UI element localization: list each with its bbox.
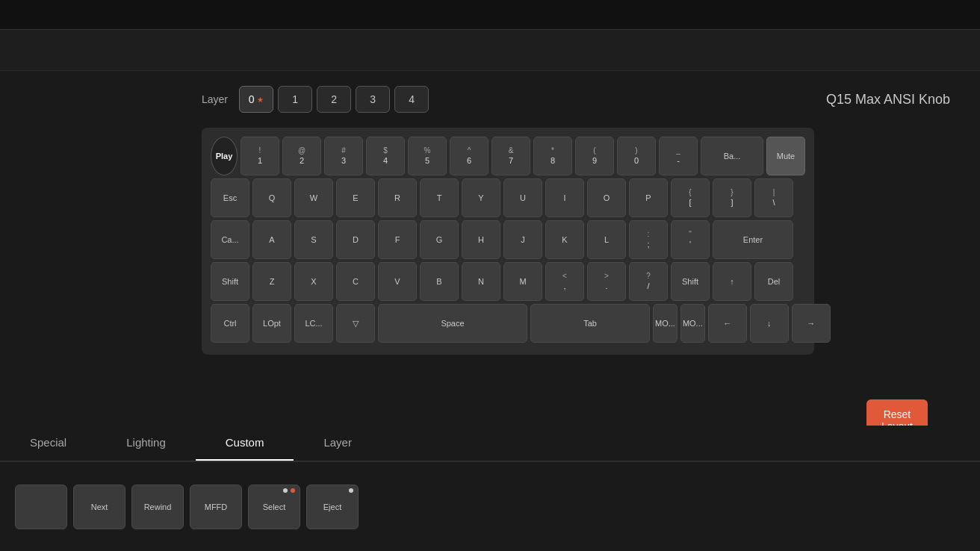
key-,[interactable]: <, <box>545 262 584 301</box>
key-[[interactable]: {[ <box>671 178 710 217</box>
key-P[interactable]: P <box>629 178 668 217</box>
tab-special[interactable]: Special <box>0 426 96 461</box>
key-/[interactable]: ?/ <box>629 262 668 301</box>
key-7[interactable]: &7 <box>491 137 530 175</box>
keyboard-name: Q15 Max ANSI Knob <box>826 92 950 108</box>
key-G[interactable]: G <box>420 220 459 259</box>
key-Esc[interactable]: Esc <box>211 178 249 217</box>
bottom-key-Select[interactable]: Select <box>248 485 300 529</box>
key-4[interactable]: $4 <box>366 137 405 175</box>
key-][interactable]: }] <box>713 178 751 217</box>
star-icon: ★ <box>257 96 264 104</box>
dot-indicator-2 <box>283 488 288 493</box>
key-Z[interactable]: Z <box>252 262 291 301</box>
key-Ca...[interactable]: Ca... <box>211 220 249 259</box>
key-←[interactable]: ← <box>708 304 747 343</box>
key-MO...[interactable]: MO... <box>653 304 677 343</box>
key-'[interactable]: "' <box>671 220 710 259</box>
tabs-bar: SpecialLightingCustomLayer <box>0 426 980 461</box>
key-1[interactable]: !1 <box>241 137 279 175</box>
key-O[interactable]: O <box>587 178 626 217</box>
key-6[interactable]: ^6 <box>450 137 489 175</box>
key-↑[interactable]: ↑ <box>713 262 751 301</box>
key-▽[interactable]: ▽ <box>336 304 375 343</box>
key-row-3: ShiftZXCVBNM<,>.?/Shift↑Del <box>211 262 805 301</box>
key-H[interactable]: H <box>462 220 500 259</box>
dot-indicator <box>291 488 295 493</box>
key-L[interactable]: L <box>587 220 626 259</box>
key-row-1: EscQWERTYUIOP{[}]|\ <box>211 178 805 217</box>
key-9[interactable]: (9 <box>575 137 614 175</box>
bottom-keys-area: NextRewindMFFDSelectEject <box>0 461 980 551</box>
key-R[interactable]: R <box>378 178 417 217</box>
key-row-0: Play!1@2#3$4%5^6&7*8(9)0_-Ba...Mute <box>211 137 805 175</box>
key-X[interactable]: X <box>294 262 333 301</box>
bottom-key-0[interactable] <box>15 485 67 529</box>
bottom-key-label: Rewind <box>144 502 172 511</box>
layer-button-2[interactable]: 2 <box>317 86 351 113</box>
bottom-key-MFFD[interactable]: MFFD <box>190 485 242 529</box>
key-3[interactable]: #3 <box>324 137 363 175</box>
layer-button-4[interactable]: 4 <box>394 86 429 113</box>
key-Del[interactable]: Del <box>754 262 793 301</box>
key-5[interactable]: %5 <box>408 137 447 175</box>
key-Shift[interactable]: Shift <box>211 262 249 301</box>
key-N[interactable]: N <box>462 262 500 301</box>
key-\[interactable]: |\ <box>754 178 793 217</box>
key-F[interactable]: F <box>378 220 417 259</box>
key-D[interactable]: D <box>336 220 375 259</box>
key-8[interactable]: *8 <box>533 137 572 175</box>
key-Mute[interactable]: Mute <box>766 137 805 175</box>
key-E[interactable]: E <box>336 178 375 217</box>
key-row-2: Ca...ASDFGHJKL:;"'Enter <box>211 220 805 259</box>
key-→[interactable]: → <box>792 304 831 343</box>
bottom-key-Eject[interactable]: Eject <box>306 485 359 529</box>
key-LOpt[interactable]: LOpt <box>252 304 291 343</box>
key-↓[interactable]: ↓ <box>750 304 789 343</box>
bottom-key-label: MFFD <box>205 502 228 511</box>
key-I[interactable]: I <box>545 178 584 217</box>
layer-button-1[interactable]: 1 <box>278 86 312 113</box>
bottom-key-label: Next <box>91 502 108 511</box>
key-.[interactable]: >. <box>587 262 626 301</box>
tab-custom[interactable]: Custom <box>196 426 294 461</box>
layer-button-0[interactable]: 0★ <box>239 86 273 113</box>
key-C[interactable]: C <box>336 262 375 301</box>
key-Play[interactable]: Play <box>211 137 238 175</box>
layer-label: Layer <box>202 93 228 105</box>
key-Ba...[interactable]: Ba... <box>701 137 763 175</box>
key-B[interactable]: B <box>420 262 459 301</box>
bottom-key-label: Eject <box>323 502 341 511</box>
key-W[interactable]: W <box>294 178 333 217</box>
key-M[interactable]: M <box>503 262 542 301</box>
key-2[interactable]: @2 <box>282 137 321 175</box>
key-Space[interactable]: Space <box>378 304 527 343</box>
key-J[interactable]: J <box>503 220 542 259</box>
bottom-key-Next[interactable]: Next <box>73 485 125 529</box>
bottom-key-Rewind[interactable]: Rewind <box>131 485 184 529</box>
key-S[interactable]: S <box>294 220 333 259</box>
key-row-4: CtrlLOptLC...▽SpaceTabMO...MO...←↓→ <box>211 304 805 343</box>
tab-layer[interactable]: Layer <box>294 426 382 461</box>
key-Tab[interactable]: Tab <box>530 304 650 343</box>
key--[interactable]: _- <box>659 137 698 175</box>
dot-indicator <box>349 488 353 493</box>
layer-button-3[interactable]: 3 <box>356 86 390 113</box>
key-Enter[interactable]: Enter <box>713 220 793 259</box>
key-Y[interactable]: Y <box>462 178 500 217</box>
key-Shift[interactable]: Shift <box>671 262 710 301</box>
key-Ctrl[interactable]: Ctrl <box>211 304 249 343</box>
key-T[interactable]: T <box>420 178 459 217</box>
key-LC...[interactable]: LC... <box>294 304 333 343</box>
key-U[interactable]: U <box>503 178 542 217</box>
key-;[interactable]: :; <box>629 220 668 259</box>
key-Q[interactable]: Q <box>252 178 291 217</box>
key-V[interactable]: V <box>378 262 417 301</box>
tab-lighting[interactable]: Lighting <box>96 426 196 461</box>
second-bar <box>0 30 980 71</box>
key-MO...[interactable]: MO... <box>680 304 705 343</box>
key-A[interactable]: A <box>252 220 291 259</box>
key-K[interactable]: K <box>545 220 584 259</box>
key-0[interactable]: )0 <box>617 137 656 175</box>
keyboard-layout: Play!1@2#3$4%5^6&7*8(9)0_-Ba...MuteEscQW… <box>202 128 814 355</box>
